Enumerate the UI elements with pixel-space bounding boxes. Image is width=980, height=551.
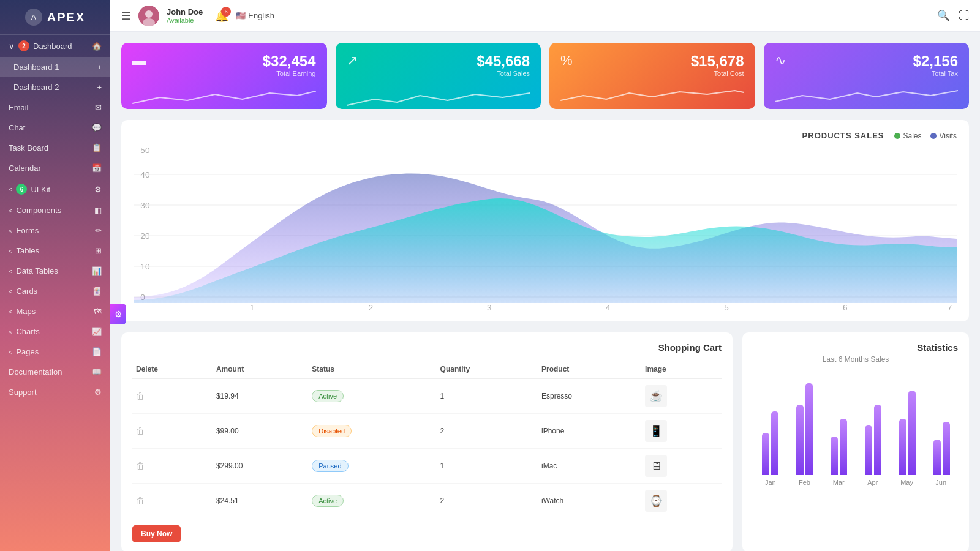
taskboard-icon: 📋 — [92, 143, 102, 152]
sidebar-item-chat[interactable]: Chat 💬 — [0, 118, 110, 138]
sidebar-item-label: Cards — [16, 287, 37, 296]
delete-cell: 🗑 — [132, 484, 213, 519]
shopping-cart-section: Shopping Cart Delete Amount Status Quant… — [121, 332, 733, 551]
legend-sales: Sales — [894, 132, 922, 140]
svg-text:4: 4 — [606, 304, 611, 312]
delete-icon[interactable]: 🗑 — [136, 496, 145, 506]
amount-cell: $19.94 — [213, 379, 308, 414]
calendar-icon: 📅 — [92, 163, 102, 173]
sidebar-item-email[interactable]: Email ✉ — [0, 97, 110, 118]
tax-icon: ∿ — [775, 53, 786, 69]
delete-icon[interactable]: 🗑 — [136, 391, 145, 401]
cards-icon: 🃏 — [92, 287, 102, 296]
avatar — [138, 6, 159, 26]
status-cell: Active — [308, 379, 436, 414]
statistics-subtitle: Last 6 Months Sales — [753, 355, 958, 364]
image-cell: ⌚ — [641, 484, 722, 519]
sidebar-item-label: Forms — [16, 226, 39, 235]
image-cell: 📱 — [641, 414, 722, 449]
sidebar-item-uikit[interactable]: < 6 UI Kit ⚙ — [0, 178, 110, 200]
status-badge: Disabled — [312, 425, 352, 437]
add-icon: + — [97, 62, 102, 72]
shopping-cart-title: Shopping Cart — [132, 342, 722, 353]
sidebar-item-dashboard1[interactable]: Dashboard 1 + — [0, 57, 110, 77]
uikit-badge: 6 — [16, 184, 27, 195]
sidebar-item-dashboard[interactable]: ∨ 2 Dashboard 🏠 — [0, 35, 110, 57]
amount-cell: $299.00 — [213, 449, 308, 484]
svg-text:5: 5 — [724, 304, 729, 312]
status-cell: Paused — [308, 449, 436, 484]
sidebar-item-pages[interactable]: < Pages 📄 — [0, 342, 110, 362]
sidebar-nav: ∨ 2 Dashboard 🏠 Dashboard 1 + Dashboard … — [0, 35, 110, 551]
sidebar-item-label: Components — [16, 206, 61, 215]
language-label: English — [248, 11, 274, 20]
product-cell: iWatch — [538, 484, 641, 519]
chevron-icon: < — [9, 227, 12, 234]
sidebar-item-label: Documentation — [9, 367, 62, 377]
delete-icon[interactable]: 🗑 — [136, 426, 145, 436]
sidebar-item-documentation[interactable]: Documentation 📖 — [0, 362, 110, 382]
products-sales-section: PRODUCTS SALES Sales Visits — [121, 120, 969, 321]
product-image: 🖥 — [645, 455, 667, 477]
chevron-icon: < — [9, 288, 12, 295]
datatables-icon: 📊 — [92, 266, 102, 276]
notifications-button[interactable]: 🔔 6 — [215, 9, 228, 23]
buy-now-button[interactable]: Buy Now — [132, 525, 181, 542]
stat-cards-row: ▬ $32,454 Total Earning ↗ $45 — [121, 43, 969, 109]
bar — [865, 425, 872, 475]
topbar-user: John Doe Available — [167, 7, 203, 24]
fullscreen-button[interactable]: ⛶ — [959, 10, 969, 22]
sidebar-item-label: Chat — [9, 123, 25, 132]
topbar: ☰ John Doe Available 🔔 6 🇺🇸 English 🔍 ⛶ — [110, 0, 980, 32]
sidebar-item-calendar[interactable]: Calendar 📅 — [0, 158, 110, 178]
sidebar-item-label: UI Kit — [31, 185, 50, 194]
chevron-icon: < — [9, 207, 12, 214]
sidebar-item-maps[interactable]: < Maps 🗺 — [0, 301, 110, 321]
sales-dot — [894, 133, 900, 139]
chart-legend: Sales Visits — [894, 132, 957, 140]
amount-cell: $24.51 — [213, 484, 308, 519]
svg-text:30: 30 — [140, 201, 149, 210]
tax-amount: $2,156 — [913, 53, 958, 70]
sidebar-item-components[interactable]: < Components ◧ — [0, 200, 110, 220]
search-button[interactable]: 🔍 — [937, 9, 950, 22]
sidebar-item-charts[interactable]: < Charts 📈 — [0, 321, 110, 342]
language-selector[interactable]: 🇺🇸 English — [236, 11, 274, 20]
sidebar-item-label: Dashboard — [33, 42, 72, 51]
quantity-cell: 1 — [437, 379, 538, 414]
earning-amount: $32,454 — [263, 53, 316, 70]
quantity-cell: 2 — [437, 414, 538, 449]
chevron-icon: < — [9, 268, 12, 275]
menu-toggle-button[interactable]: ☰ — [121, 9, 131, 23]
forms-icon: ✏ — [95, 226, 102, 235]
sidebar-item-cards[interactable]: < Cards 🃏 — [0, 281, 110, 301]
chevron-icon: < — [9, 308, 12, 315]
sidebar-item-dashboard2[interactable]: Dashboard 2 + — [0, 77, 110, 97]
components-icon: ◧ — [94, 206, 102, 215]
product-cell: iPhone — [538, 414, 641, 449]
bottom-section: Shopping Cart Delete Amount Status Quant… — [121, 332, 969, 551]
sales-chart — [347, 82, 530, 109]
delete-icon[interactable]: 🗑 — [136, 461, 145, 471]
product-cell: Espresso — [538, 379, 641, 414]
add-icon: + — [97, 83, 102, 92]
maps-icon: 🗺 — [94, 307, 102, 316]
settings-toggle-button[interactable]: ⚙ — [110, 304, 126, 324]
status-cell: Active — [308, 484, 436, 519]
sales-amount: $45,668 — [477, 53, 530, 70]
gear-icon: ⚙ — [94, 185, 102, 194]
bar-label: Feb — [788, 479, 822, 486]
bar-label: Jun — [924, 479, 958, 486]
bar-group — [927, 383, 956, 475]
table-row: 🗑 $299.00 Paused 1 iMac 🖥 — [132, 449, 722, 484]
sidebar-item-taskboard[interactable]: Task Board 📋 — [0, 138, 110, 158]
sidebar-item-forms[interactable]: < Forms ✏ — [0, 220, 110, 241]
sidebar-item-tables[interactable]: < Tables ⊞ — [0, 241, 110, 261]
bar — [831, 437, 838, 475]
sidebar-item-support[interactable]: Support ⚙ — [0, 382, 110, 402]
cost-amount: $15,678 — [691, 53, 744, 70]
bar-label: Jan — [753, 479, 788, 486]
sidebar-item-datatables[interactable]: < Data Tables 📊 — [0, 261, 110, 281]
svg-text:3: 3 — [487, 304, 492, 312]
status-badge: Active — [312, 495, 344, 507]
